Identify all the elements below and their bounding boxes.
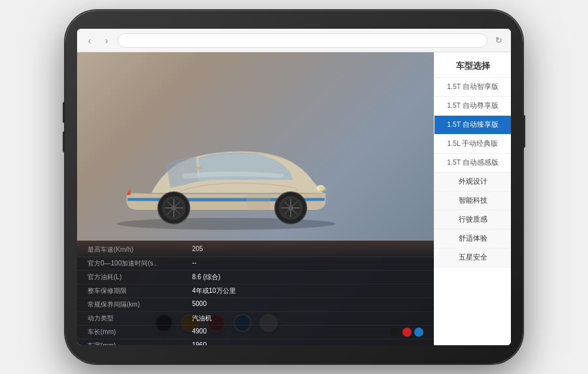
spec-row: 车长(mm) 4900 (77, 326, 434, 339)
forward-button[interactable]: › (101, 35, 112, 46)
menu-section[interactable]: 智能科技 (434, 192, 511, 211)
menu-item[interactable]: 1.5T 自动感感版 (434, 154, 511, 173)
menu-title: 车型选择 (434, 55, 511, 78)
spec-value: 汽油机 (192, 314, 423, 323)
spec-value: 4年或10万公里 (192, 286, 423, 296)
data-area: 最高车速(Km/h)205官方0—100加速时间(s..--官方油耗(L)8.6… (77, 241, 434, 345)
spec-label: 官方油耗(L) (88, 273, 192, 282)
content-area: 最高车速(Km/h)205官方0—100加速时间(s..--官方油耗(L)8.6… (77, 52, 511, 345)
volume-down-button (63, 131, 65, 152)
spec-label: 车宽(mm) (88, 341, 192, 345)
specs-table: 最高车速(Km/h)205官方0—100加速时间(s..--官方油耗(L)8.6… (77, 241, 434, 345)
spec-value: 205 (192, 245, 423, 254)
spec-value: 4900 (192, 328, 388, 337)
spec-value: 8.6 (综合) (192, 273, 423, 282)
phone-device: ‹ › ↻ (65, 10, 523, 364)
spec-label: 常规保养间隔(km) (88, 300, 192, 309)
side-menu: 车型选择 1.5T 自动智享版1.5T 自动尊享版1.5T 自动臻享版1.5L … (434, 52, 511, 345)
back-button[interactable]: ‹ (84, 35, 95, 46)
menu-section[interactable]: 舒适体验 (434, 230, 511, 248)
svg-point-0 (116, 218, 335, 230)
phone-screen: ‹ › ↻ (77, 29, 511, 345)
volume-up-button (63, 102, 65, 123)
url-bar (118, 33, 487, 48)
menu-section[interactable]: 外观设计 (434, 173, 511, 192)
spec-row: 最高车速(Km/h)205 (77, 243, 434, 257)
spec-label: 官方0—100加速时间(s.. (88, 259, 192, 268)
menu-item[interactable]: 1.5T 自动尊享版 (434, 97, 511, 116)
spec-value: 5000 (192, 300, 423, 309)
browser-chrome: ‹ › ↻ (77, 29, 511, 52)
menu-section[interactable]: 五星安全 (434, 248, 511, 267)
spec-row: 官方油耗(L)8.6 (综合) (77, 271, 434, 284)
spec-label: 动力类型 (88, 314, 192, 323)
spec-label: 车长(mm) (88, 328, 192, 337)
menu-item[interactable]: 1.5L 手动经典版 (434, 135, 511, 154)
spec-row: 常规保养间隔(km)5000 (77, 298, 434, 312)
menu-item[interactable]: 1.5T 自动智享版 (434, 78, 511, 97)
svg-point-9 (288, 205, 293, 211)
spec-row: 车宽(mm)1960 (77, 339, 434, 345)
spec-label: 最高车速(Km/h) (88, 245, 192, 254)
spec-row: 整车保修期限4年或10万公里 (77, 284, 434, 298)
power-button (523, 115, 525, 148)
menu-section[interactable]: 行驶质感 (434, 211, 511, 230)
spec-label: 整车保修期限 (88, 286, 192, 296)
spec-row: 官方0—100加速时间(s..-- (77, 257, 434, 271)
svg-point-17 (171, 205, 176, 211)
menu-item[interactable]: 1.5T 自动臻享版 (434, 116, 511, 135)
car-view: 最高车速(Km/h)205官方0—100加速时间(s..--官方油耗(L)8.6… (77, 52, 434, 345)
phone-body: ‹ › ↻ (65, 10, 523, 364)
spec-row: 动力类型汽油机 (77, 312, 434, 326)
spec-value: 1960 (192, 341, 423, 345)
spec-value: -- (192, 259, 423, 268)
refresh-button[interactable]: ↻ (493, 35, 504, 46)
